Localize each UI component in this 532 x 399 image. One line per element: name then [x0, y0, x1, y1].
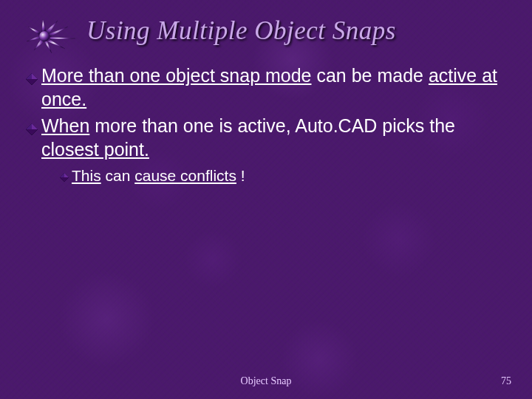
svg-marker-3 — [50, 37, 75, 40]
diamond-bullet-small-icon — [59, 172, 69, 183]
bullet-level1: When more than one is active, Auto.CAD p… — [25, 114, 508, 161]
diamond-bullet-icon — [25, 72, 38, 86]
footer-text: Object Snap — [0, 375, 532, 387]
bullet-text: When more than one is active, Auto.CAD p… — [41, 114, 508, 161]
slide: Using Multiple Object Snaps More than on… — [0, 0, 532, 399]
page-number: 75 — [501, 375, 511, 387]
slide-title: Using Multiple Object Snaps — [86, 16, 508, 46]
starburst-icon — [25, 16, 77, 53]
svg-marker-4 — [47, 40, 65, 49]
svg-point-9 — [39, 31, 50, 41]
svg-marker-6 — [34, 38, 44, 50]
svg-marker-0 — [41, 19, 46, 33]
slide-body: More than one object snap mode can be ma… — [25, 64, 508, 185]
bullet-text: More than one object snap mode can be ma… — [41, 64, 508, 111]
bullet-level2: This can cause conflicts ! — [59, 166, 508, 185]
bullet-level1: More than one object snap mode can be ma… — [25, 64, 508, 111]
diamond-bullet-icon — [25, 123, 38, 136]
svg-marker-2 — [49, 27, 68, 37]
svg-marker-8 — [28, 27, 41, 35]
svg-marker-1 — [46, 21, 58, 34]
svg-marker-7 — [27, 35, 41, 41]
bullet-text: This can cause conflicts ! — [72, 166, 245, 185]
title-wrap: Using Multiple Object Snaps — [86, 16, 508, 46]
svg-marker-5 — [44, 41, 52, 53]
